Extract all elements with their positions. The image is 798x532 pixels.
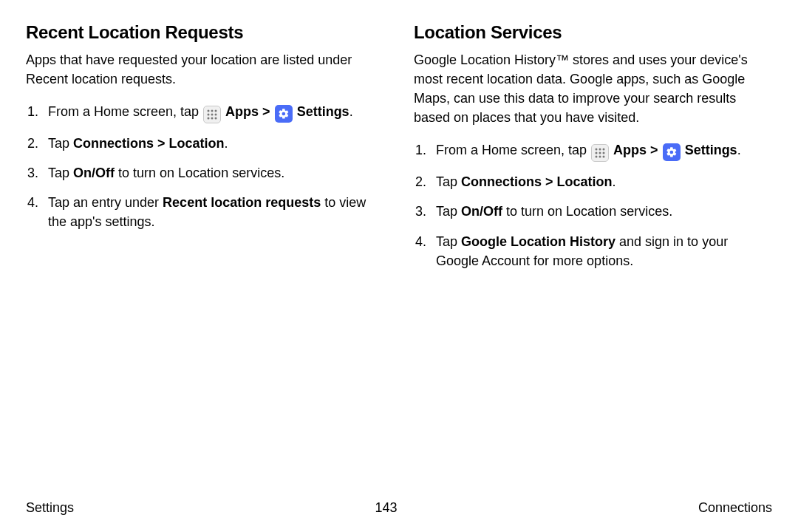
step-text: Tap bbox=[436, 234, 461, 249]
left-column: Recent Location Requests Apps that have … bbox=[26, 22, 384, 281]
right-heading: Location Services bbox=[414, 22, 772, 43]
settings-icon bbox=[663, 143, 681, 161]
left-step-4: Tap an entry under Recent location reque… bbox=[26, 193, 384, 231]
right-step-3: Tap On/Off to turn on Location services. bbox=[414, 202, 772, 221]
svg-point-4 bbox=[211, 114, 214, 116]
apps-icon bbox=[203, 106, 221, 123]
right-step-4: Tap Google Location History and sign in … bbox=[414, 232, 772, 270]
step-suffix: . bbox=[349, 104, 353, 119]
svg-point-8 bbox=[215, 117, 217, 120]
settings-label: Settings bbox=[297, 104, 349, 119]
step-text: Tap bbox=[48, 166, 73, 180]
step-text: Tap an entry under bbox=[48, 195, 163, 210]
step-suffix: . bbox=[225, 136, 228, 151]
svg-point-6 bbox=[208, 117, 210, 120]
svg-point-2 bbox=[215, 110, 217, 112]
right-column: Location Services Google Location Histor… bbox=[414, 22, 772, 281]
step-text: Tap bbox=[436, 174, 461, 189]
svg-point-7 bbox=[211, 117, 214, 120]
footer-left: Settings bbox=[26, 500, 74, 516]
step-bold: Connections > Location bbox=[461, 174, 613, 189]
left-steps: From a Home screen, tap Apps > Settings.… bbox=[26, 102, 384, 231]
step-suffix: to turn on Location services. bbox=[502, 204, 672, 219]
step-text: Tap bbox=[436, 204, 461, 219]
step-bold: Connections > Location bbox=[73, 136, 225, 151]
svg-point-11 bbox=[603, 149, 605, 151]
svg-point-9 bbox=[596, 149, 598, 151]
right-step-1: From a Home screen, tap Apps > Settings. bbox=[414, 140, 772, 162]
footer-page-number: 143 bbox=[375, 500, 397, 516]
step-text: From a Home screen, tap bbox=[48, 104, 202, 119]
svg-point-12 bbox=[596, 152, 598, 154]
svg-point-3 bbox=[208, 114, 210, 116]
page-footer: Settings 143 Connections bbox=[26, 500, 772, 516]
footer-right: Connections bbox=[698, 500, 772, 516]
step-bold: On/Off bbox=[461, 204, 502, 219]
left-heading: Recent Location Requests bbox=[26, 22, 384, 43]
svg-point-17 bbox=[603, 156, 605, 158]
right-step-2: Tap Connections > Location. bbox=[414, 172, 772, 191]
svg-point-1 bbox=[211, 110, 214, 112]
left-intro: Apps that have requested your location a… bbox=[26, 50, 384, 89]
svg-point-16 bbox=[599, 156, 601, 158]
svg-point-14 bbox=[603, 152, 605, 154]
right-steps: From a Home screen, tap Apps > Settings.… bbox=[414, 140, 772, 270]
settings-label: Settings bbox=[685, 143, 737, 157]
step-suffix: to turn on Location services. bbox=[115, 166, 284, 180]
left-step-1: From a Home screen, tap Apps > Settings. bbox=[26, 102, 384, 123]
settings-icon bbox=[275, 105, 293, 123]
step-bold: Recent location requests bbox=[163, 195, 321, 210]
apps-label: Apps bbox=[613, 143, 647, 157]
step-bold: On/Off bbox=[73, 166, 115, 180]
step-suffix: . bbox=[737, 143, 741, 157]
step-text: From a Home screen, tap bbox=[436, 143, 590, 157]
apps-label: Apps bbox=[225, 104, 259, 119]
right-intro: Google Location History™ stores and uses… bbox=[414, 50, 772, 127]
svg-point-0 bbox=[208, 110, 210, 112]
step-text: Tap bbox=[48, 136, 73, 151]
chevron: > bbox=[259, 104, 274, 119]
chevron: > bbox=[647, 143, 662, 157]
svg-point-15 bbox=[596, 156, 598, 158]
step-suffix: . bbox=[613, 174, 616, 189]
left-step-2: Tap Connections > Location. bbox=[26, 134, 384, 153]
svg-point-10 bbox=[599, 149, 601, 151]
left-step-3: Tap On/Off to turn on Location services. bbox=[26, 163, 384, 183]
apps-icon bbox=[591, 144, 609, 162]
step-bold: Google Location History bbox=[461, 234, 615, 249]
svg-point-13 bbox=[599, 152, 601, 154]
svg-point-5 bbox=[215, 114, 217, 116]
